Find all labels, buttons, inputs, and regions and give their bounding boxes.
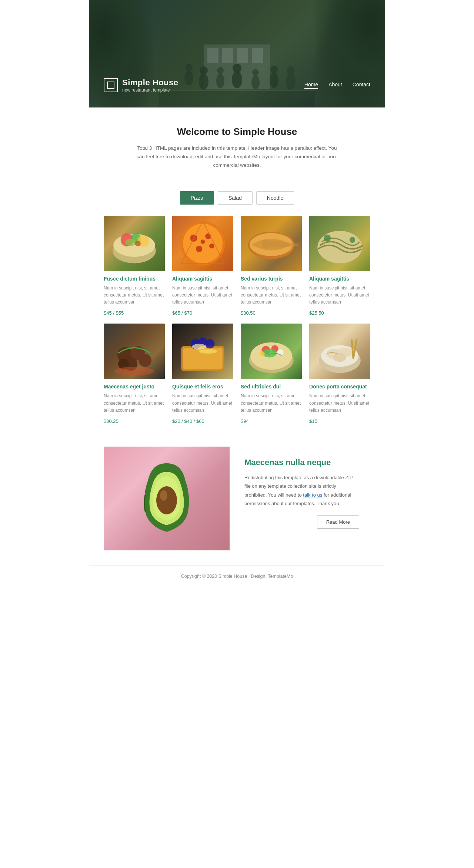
svg-point-54 xyxy=(192,344,206,350)
hero-trees-right xyxy=(311,0,385,107)
food-image-5 xyxy=(104,324,165,379)
food-price-1: $45 / $55 xyxy=(104,310,124,316)
svg-rect-19 xyxy=(159,91,315,107)
svg-point-72 xyxy=(160,490,167,501)
food-desc-5: Nam in suscipit nisi, sit amet consectet… xyxy=(104,392,165,414)
svg-point-67 xyxy=(333,353,346,362)
food-image-2 xyxy=(172,216,233,271)
svg-point-27 xyxy=(135,241,141,246)
svg-point-11 xyxy=(232,71,242,88)
food-card-3: Sed varius turpis Nam in suscipit nisi, … xyxy=(241,216,302,317)
svg-point-12 xyxy=(233,64,241,73)
food-card-6: Quisque et felis eros Nam in suscipit ni… xyxy=(172,324,233,424)
svg-point-13 xyxy=(251,75,260,89)
svg-point-62 xyxy=(260,351,265,357)
food-image-8 xyxy=(309,324,370,379)
svg-point-9 xyxy=(216,73,224,88)
food-desc-1: Nam in suscipit nisi, sit amet consectet… xyxy=(104,285,165,306)
read-more-button[interactable]: Read More xyxy=(317,516,359,529)
svg-rect-4 xyxy=(252,48,263,63)
svg-point-17 xyxy=(286,73,296,90)
hero-logo: Simple House new restaurant template xyxy=(104,78,178,93)
food-price-2: $65 / $70 xyxy=(172,310,192,316)
food-title-3: Sed varius turpis xyxy=(241,276,302,282)
food-card-1: Fusce dictum finibus Nam in suscipit nis… xyxy=(104,216,165,317)
food-desc-4: Nam in suscipit nisi, sit amet consectet… xyxy=(309,285,370,306)
food-title-1: Fusce dictum finibus xyxy=(104,276,165,282)
filter-salad[interactable]: Salad xyxy=(218,191,253,205)
food-title-7: Sed ultricies dui xyxy=(241,384,302,390)
food-grid: Fusce dictum finibus Nam in suscipit nis… xyxy=(89,216,385,435)
about-link[interactable]: talk to us xyxy=(303,492,322,498)
food-card-4: Aliquam sagittis Nam in suscipit nisi, s… xyxy=(309,216,370,317)
svg-point-16 xyxy=(270,66,278,73)
logo-icon-inner xyxy=(107,82,114,89)
svg-point-34 xyxy=(201,239,205,244)
food-card-8: Donec porta consequat Nam in suscipit ni… xyxy=(309,324,370,424)
svg-point-26 xyxy=(125,239,136,246)
welcome-section: Welcome to Simple House Total 3 HTML pag… xyxy=(89,107,385,181)
nav-contact[interactable]: Contact xyxy=(353,82,370,89)
filter-pizza[interactable]: Pizza xyxy=(180,191,214,205)
svg-point-71 xyxy=(156,486,177,514)
svg-rect-3 xyxy=(237,48,248,63)
food-desc-3: Nam in suscipit nisi, sit amet consectet… xyxy=(241,285,302,306)
food-desc-6: Nam in suscipit nisi, sit amet consectet… xyxy=(172,392,233,414)
logo-icon xyxy=(104,78,118,92)
food-title-4: Aliquam sagittis xyxy=(309,276,370,282)
about-heading: Maecenas nulla neque xyxy=(244,458,359,467)
welcome-description: Total 3 HTML pages are included in this … xyxy=(133,144,341,170)
nav-about[interactable]: About xyxy=(328,82,342,89)
svg-rect-2 xyxy=(222,48,233,63)
svg-point-7 xyxy=(199,73,208,90)
nav-home[interactable]: Home xyxy=(304,82,318,89)
svg-point-14 xyxy=(252,69,259,76)
welcome-heading: Welcome to Simple House xyxy=(133,126,341,138)
svg-point-40 xyxy=(317,231,362,263)
food-desc-7: Nam in suscipit nisi, sit amet consectet… xyxy=(241,392,302,414)
svg-point-8 xyxy=(200,66,208,74)
svg-rect-1 xyxy=(207,48,218,63)
food-image-4 xyxy=(309,216,370,271)
about-section: Maecenas nulla neque Redistributing this… xyxy=(104,447,370,550)
food-desc-8: Nam in suscipit nisi, sit amet consectet… xyxy=(309,392,370,414)
svg-point-46 xyxy=(138,354,151,367)
svg-point-31 xyxy=(205,233,211,239)
food-image-7 xyxy=(241,324,302,379)
food-image-6 xyxy=(172,324,233,379)
hero-people xyxy=(159,41,315,107)
avocado-illustration xyxy=(137,458,196,539)
hero-section: Simple House new restaurant template Hom… xyxy=(89,0,385,107)
filter-buttons: Pizza Salad Noodle xyxy=(89,181,385,216)
food-image-1 xyxy=(104,216,165,271)
svg-point-55 xyxy=(199,349,217,354)
food-title-6: Quisque et felis eros xyxy=(172,384,233,390)
svg-point-30 xyxy=(190,235,197,242)
logo-text: Simple House new restaurant template xyxy=(122,78,178,93)
food-card-2: Aliquam sagittis Nam in suscipit nisi, s… xyxy=(172,216,233,317)
food-desc-2: Nam in suscipit nisi, sit amet consectet… xyxy=(172,285,233,306)
food-title-2: Aliquam sagittis xyxy=(172,276,233,282)
svg-point-5 xyxy=(184,70,193,85)
food-image-3 xyxy=(241,216,302,271)
svg-point-41 xyxy=(324,235,331,242)
food-price-4: $25.50 xyxy=(309,310,324,316)
about-content: Maecenas nulla neque Redistributing this… xyxy=(230,447,370,550)
svg-point-53 xyxy=(205,339,214,348)
filter-noodle[interactable]: Noodle xyxy=(256,191,294,205)
svg-point-42 xyxy=(350,237,356,243)
site-subtitle: new restaurant template xyxy=(122,87,178,93)
footer: Copyright © 2020 Simple House | Design: … xyxy=(89,565,385,587)
food-title-5: Maecenas eget justo xyxy=(104,384,165,390)
food-price-7: $94 xyxy=(241,418,249,424)
about-description: Redistributing this template as a downlo… xyxy=(244,473,359,508)
site-title: Simple House xyxy=(122,78,178,87)
svg-point-32 xyxy=(196,246,202,252)
food-price-5: $80.25 xyxy=(104,418,118,424)
food-card-5: Maecenas eget justo Nam in suscipit nisi… xyxy=(104,324,165,424)
food-price-8: $15 xyxy=(309,418,317,424)
svg-point-18 xyxy=(287,66,295,74)
about-image xyxy=(104,447,230,550)
svg-point-10 xyxy=(217,67,224,74)
food-title-8: Donec porta consequat xyxy=(309,384,370,390)
